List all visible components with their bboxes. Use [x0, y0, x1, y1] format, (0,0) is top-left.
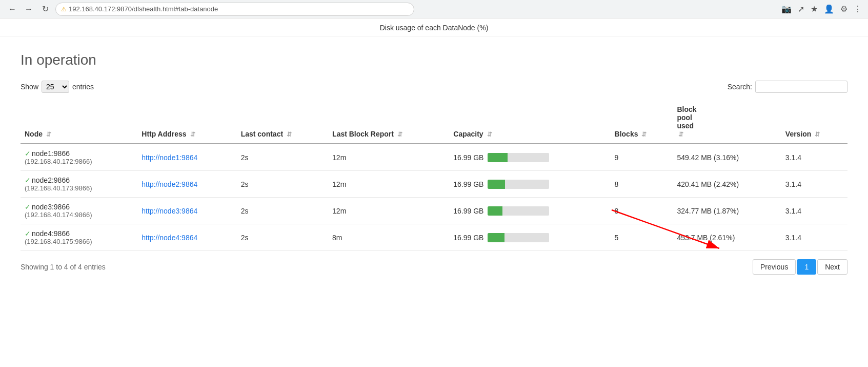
cell-block-report-2: 12m	[328, 198, 449, 224]
cell-http-3: http://node4:9864	[137, 224, 236, 251]
table-row: ✓node3:9866 (192.168.40.174:9866) http:/…	[21, 198, 847, 224]
showing-text: Showing 1 to 4 of 4 entries	[21, 263, 106, 271]
capacity-label-0: 16.99 GB	[453, 153, 483, 162]
cell-contact-1: 2s	[237, 171, 328, 198]
main-content: In operation Show 10 25 50 100 entries S…	[0, 36, 868, 295]
cell-capacity-3: 16.99 GB	[449, 224, 610, 251]
table-header-row: Node ⇵ Http Address ⇵ Last contact ⇵ Las…	[21, 101, 847, 144]
sort-icon-contact[interactable]: ⇵	[287, 131, 292, 138]
cell-blocks-3: 5	[611, 224, 673, 251]
cell-pool-used-3: 453.7 MB (2.61%)	[673, 224, 781, 251]
cell-blocks-0: 9	[611, 144, 673, 171]
col-http-address: Http Address ⇵	[137, 101, 236, 144]
capacity-fill-0	[488, 153, 507, 162]
cell-block-report-0: 12m	[328, 144, 449, 171]
datanode-table: Node ⇵ Http Address ⇵ Last contact ⇵ Las…	[21, 101, 847, 251]
sort-icon-capacity[interactable]: ⇵	[487, 131, 492, 138]
cell-node-2: ✓node3:9866 (192.168.40.174:9866)	[21, 198, 137, 224]
cell-http-1: http://node2:9864	[137, 171, 236, 198]
capacity-bar-0	[488, 153, 549, 162]
cell-block-report-1: 12m	[328, 171, 449, 198]
capacity-fill-2	[488, 206, 502, 216]
cell-pool-used-1: 420.41 MB (2.42%)	[673, 171, 781, 198]
check-icon-3: ✓	[25, 229, 31, 238]
page-1-button[interactable]: 1	[797, 259, 816, 275]
cell-blocks-2: 8	[611, 198, 673, 224]
table-row: ✓node4:9866 (192.168.40.175:9866) http:/…	[21, 224, 847, 251]
browser-bar: ← → ↻ ⚠ 192.168.40.172:9870/dfshealth.ht…	[0, 0, 868, 18]
entries-select[interactable]: 10 25 50 100	[42, 81, 69, 93]
cell-node-3: ✓node4:9866 (192.168.40.175:9866)	[21, 224, 137, 251]
sort-icon-http[interactable]: ⇵	[190, 131, 195, 138]
cell-capacity-2: 16.99 GB	[449, 198, 610, 224]
security-warning-icon: ⚠	[61, 6, 67, 13]
cell-capacity-0: 16.99 GB	[449, 144, 610, 171]
cell-http-0: http://node1:9864	[137, 144, 236, 171]
back-button[interactable]: ←	[6, 3, 18, 15]
accounts-icon: 👤	[824, 4, 834, 14]
sort-icon-version[interactable]: ⇵	[815, 131, 820, 138]
cell-capacity-1: 16.99 GB	[449, 171, 610, 198]
sort-icon-blocks[interactable]: ⇵	[641, 131, 647, 138]
previous-button[interactable]: Previous	[753, 259, 796, 275]
show-entries-control: Show 10 25 50 100 entries	[21, 81, 94, 93]
check-icon-0: ✓	[25, 149, 31, 158]
table-wrapper: Node ⇵ Http Address ⇵ Last contact ⇵ Las…	[21, 101, 847, 251]
pagination: Previous 1 Next	[753, 259, 847, 275]
footer-row: Showing 1 to 4 of 4 entries Previous 1 N…	[21, 259, 847, 275]
col-block-pool-used: Blockpoolused ⇵	[673, 101, 781, 144]
cell-blocks-1: 8	[611, 171, 673, 198]
cell-version-1: 3.1.4	[781, 171, 847, 198]
sort-icon-node[interactable]: ⇵	[46, 131, 51, 138]
controls-row: Show 10 25 50 100 entries Search:	[21, 81, 847, 93]
cell-version-0: 3.1.4	[781, 144, 847, 171]
section-title: In operation	[21, 52, 847, 68]
check-icon-2: ✓	[25, 203, 31, 211]
http-link-3[interactable]: http://node4:9864	[142, 234, 197, 242]
capacity-label-3: 16.99 GB	[453, 234, 483, 242]
sort-icon-block-report[interactable]: ⇵	[397, 131, 402, 138]
cell-contact-3: 2s	[237, 224, 328, 251]
col-last-block-report: Last Block Report ⇵	[328, 101, 449, 144]
capacity-bar-1	[488, 180, 549, 189]
next-button[interactable]: Next	[817, 259, 847, 275]
col-last-contact: Last contact ⇵	[237, 101, 328, 144]
col-version: Version ⇵	[781, 101, 847, 144]
capacity-label-1: 16.99 GB	[453, 180, 483, 188]
cell-version-2: 3.1.4	[781, 198, 847, 224]
col-blocks: Blocks ⇵	[611, 101, 673, 144]
bookmark-icon: ★	[811, 4, 818, 14]
http-link-1[interactable]: http://node2:9864	[142, 180, 197, 188]
capacity-fill-3	[488, 233, 504, 242]
show-label: Show	[21, 83, 38, 91]
browser-icons: 📷 ➚ ★ 👤 ⚙ ⋮	[781, 4, 862, 14]
address-bar[interactable]: ⚠ 192.168.40.172:9870/dfshealth.html#tab…	[55, 3, 414, 16]
cell-pool-used-0: 549.42 MB (3.16%)	[673, 144, 781, 171]
cell-block-report-3: 8m	[328, 224, 449, 251]
cell-node-0: ✓node1:9866 (192.168.40.172:9866)	[21, 144, 137, 171]
capacity-label-2: 16.99 GB	[453, 207, 483, 215]
page-subtitle: Disk usage of each DataNode (%)	[0, 18, 868, 36]
check-icon-1: ✓	[25, 176, 31, 184]
table-row: ✓node1:9866 (192.168.40.172:9866) http:/…	[21, 144, 847, 171]
search-label: Search:	[728, 83, 752, 91]
col-node: Node ⇵	[21, 101, 137, 144]
screenshot-icon: 📷	[781, 4, 792, 14]
cell-contact-2: 2s	[237, 198, 328, 224]
sort-icon-pool[interactable]: ⇵	[678, 131, 683, 138]
capacity-bar-3	[488, 233, 549, 242]
http-link-0[interactable]: http://node1:9864	[142, 153, 197, 162]
menu-icon: ⋮	[854, 4, 862, 14]
forward-button[interactable]: →	[23, 3, 35, 15]
reload-button[interactable]: ↻	[39, 3, 51, 15]
search-input[interactable]	[755, 81, 847, 93]
cell-http-2: http://node3:9864	[137, 198, 236, 224]
search-box: Search:	[728, 81, 847, 93]
http-link-2[interactable]: http://node3:9864	[142, 207, 197, 215]
capacity-bar-2	[488, 206, 549, 216]
cell-node-1: ✓node2:9866 (192.168.40.173:9866)	[21, 171, 137, 198]
extensions-icon: ⚙	[840, 4, 847, 14]
capacity-fill-1	[488, 180, 505, 189]
table-row: ✓node2:9866 (192.168.40.173:9866) http:/…	[21, 171, 847, 198]
address-bar-url: 192.168.40.172:9870/dfshealth.html#tab-d…	[69, 5, 218, 13]
